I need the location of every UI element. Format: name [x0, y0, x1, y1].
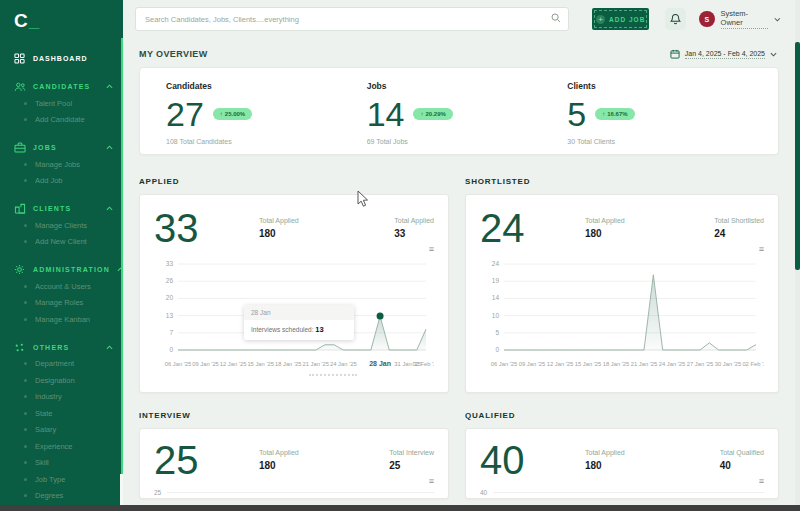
- bullet-icon: [24, 118, 27, 121]
- main-content: + ADD JOB S System-Owner MY OVERVIEW Jan…: [123, 0, 795, 505]
- chevron-down-icon: [770, 52, 777, 57]
- bullet-icon: [24, 395, 27, 398]
- sidebar-item-experience[interactable]: Experience: [0, 438, 123, 455]
- stat-value: 180: [259, 228, 394, 239]
- applied-big-value: 33: [154, 207, 259, 254]
- sidebar-item-manage-roles[interactable]: Manage Roles: [0, 295, 123, 312]
- qualified-chart-panel: 40 Total Applied 180 Total Qualified 40 …: [465, 428, 779, 499]
- shortlisted-section: SHORTLISTED 24 Total Applied 180 Total S…: [465, 177, 779, 393]
- sidebar-section-administration-header[interactable]: ADMINISTRATION: [0, 261, 123, 278]
- sidebar-item-manage-jobs[interactable]: Manage Jobs: [0, 156, 123, 173]
- sidebar-scrollbar-thumb[interactable]: [120, 474, 123, 505]
- sidebar-scrollbar[interactable]: [121, 38, 123, 474]
- dots-icon: [13, 341, 26, 354]
- svg-text:12 Jan '25: 12 Jan '25: [547, 361, 574, 367]
- add-job-button[interactable]: + ADD JOB: [592, 8, 649, 30]
- svg-text:21 Jan '25: 21 Jan '25: [302, 361, 329, 367]
- overview-card: Candidates 27 ↑25.00% 108 Total Candidat…: [139, 67, 779, 155]
- sidebar-item-dashboard[interactable]: DASHBOARD: [0, 50, 123, 67]
- svg-text:02 Feb '25: 02 Feb '25: [742, 361, 764, 367]
- sidebar-item-designation[interactable]: Designation: [0, 372, 123, 389]
- stat-title: Jobs: [367, 81, 568, 91]
- section-label-interview: INTERVIEW: [139, 411, 449, 420]
- sidebar-item-skill[interactable]: Skill: [0, 455, 123, 472]
- chevron-up-icon: [106, 205, 113, 212]
- svg-text:18 Jan '25: 18 Jan '25: [603, 361, 630, 367]
- sidebar-item-account-users[interactable]: Account & Users: [0, 278, 123, 295]
- svg-text:26: 26: [166, 277, 174, 284]
- logo-letter: C: [14, 10, 29, 31]
- page-scrollbar-thumb[interactable]: [795, 42, 800, 270]
- tooltip-date: 28 Jan: [244, 305, 354, 320]
- svg-text:7: 7: [169, 329, 173, 336]
- sidebar-item-department[interactable]: Department: [0, 356, 123, 373]
- stat-value: 5: [567, 96, 586, 132]
- sidebar-item-degrees[interactable]: Degrees: [0, 488, 123, 505]
- stat-clients: Clients 5 ↑16.67% 30 Total Clients: [567, 81, 768, 145]
- svg-text:24 Jan '25: 24 Jan '25: [659, 361, 686, 367]
- sidebar-item-add-candidate[interactable]: Add Candidate: [0, 112, 123, 129]
- sidebar-section-label: CANDIDATES: [33, 83, 99, 90]
- stat-value: 180: [585, 460, 720, 471]
- bullet-icon: [24, 362, 27, 365]
- user-menu[interactable]: System-Owner: [721, 9, 769, 29]
- chart-menu-icon[interactable]: ≡: [389, 477, 434, 486]
- sidebar-item-manage-kanban[interactable]: Manage Kanban: [0, 311, 123, 328]
- shortlisted-line-chart[interactable]: 241914105006 Jan '2509 Jan '2512 Jan '25…: [480, 256, 764, 374]
- sidebar-section-others-header[interactable]: OTHERS: [0, 339, 123, 356]
- app-window: C_ DASHBOARD CANDIDATES Talent Pool Ad: [0, 0, 800, 511]
- window-bottom-edge: [0, 505, 800, 511]
- sidebar-item-add-new-client[interactable]: Add New Client: [0, 234, 123, 251]
- page-scrollbar[interactable]: [795, 0, 800, 505]
- chart-x-scrollbar[interactable]: [309, 374, 357, 376]
- chart-menu-icon[interactable]: ≡: [720, 477, 764, 486]
- svg-text:18 Jan '25: 18 Jan '25: [275, 361, 302, 367]
- sidebar-section-clients: CLIENTS Manage Clients Add New Client: [0, 200, 123, 250]
- search-icon: [551, 13, 561, 23]
- svg-text:0: 0: [169, 346, 173, 353]
- sidebar-section-label: OTHERS: [33, 344, 99, 351]
- svg-text:19: 19: [492, 277, 500, 284]
- sidebar-section-clients-header[interactable]: CLIENTS: [0, 200, 123, 217]
- date-range-picker[interactable]: Jan 4, 2025 - Feb 4, 2025: [670, 49, 777, 59]
- sidebar-item-label: State: [35, 409, 53, 418]
- sidebar-item-salary[interactable]: Salary: [0, 422, 123, 439]
- chevron-down-icon[interactable]: [774, 17, 781, 22]
- notifications-button[interactable]: [665, 8, 686, 30]
- chart-menu-icon[interactable]: ≡: [714, 245, 764, 254]
- search-box: [135, 7, 569, 31]
- bullet-icon: [24, 428, 27, 431]
- shortlisted-big-value: 24: [480, 207, 585, 254]
- search-input[interactable]: [135, 7, 569, 31]
- sidebar-item-talent-pool[interactable]: Talent Pool: [0, 95, 123, 112]
- up-arrow-icon: ↑: [220, 111, 223, 117]
- bullet-icon: [24, 494, 27, 497]
- svg-text:15 Jan '25: 15 Jan '25: [575, 361, 602, 367]
- sidebar-item-job-type[interactable]: Job Type: [0, 471, 123, 488]
- avatar[interactable]: S: [699, 11, 714, 27]
- charts-row-2: INTERVIEW 25 Total Applied 180 Total Int…: [139, 411, 779, 499]
- stat-value: 40: [720, 460, 764, 471]
- sidebar-item-add-job[interactable]: Add Job: [0, 173, 123, 190]
- sidebar-section-jobs-header[interactable]: JOBS: [0, 139, 123, 156]
- svg-text:13: 13: [166, 312, 174, 319]
- section-label-applied: APPLIED: [139, 177, 449, 186]
- sidebar-item-industry[interactable]: Industry: [0, 389, 123, 406]
- sidebar-item-manage-clients[interactable]: Manage Clients: [0, 217, 123, 234]
- date-range-text: Jan 4, 2025 - Feb 4, 2025: [685, 50, 765, 59]
- chart-menu-icon[interactable]: ≡: [394, 245, 434, 254]
- sidebar-section-candidates-header[interactable]: CANDIDATES: [0, 78, 123, 95]
- app-logo[interactable]: C_: [0, 0, 123, 32]
- applied-chart-panel: 33 Total Applied 180 Total Applied 33 ≡ …: [139, 194, 449, 393]
- stat-label: Total Applied: [394, 217, 434, 224]
- chevron-up-icon: [106, 344, 113, 351]
- bullet-icon: [24, 412, 27, 415]
- svg-text:30 Jan '25: 30 Jan '25: [715, 361, 742, 367]
- stat-label: Total Shortlisted: [714, 217, 764, 224]
- bullet-icon: [24, 379, 27, 382]
- sidebar-section-label: CLIENTS: [33, 205, 99, 212]
- topbar: + ADD JOB S System-Owner: [123, 0, 795, 38]
- bullet-icon: [24, 163, 27, 166]
- up-arrow-icon: ↑: [420, 111, 423, 117]
- sidebar-item-state[interactable]: State: [0, 405, 123, 422]
